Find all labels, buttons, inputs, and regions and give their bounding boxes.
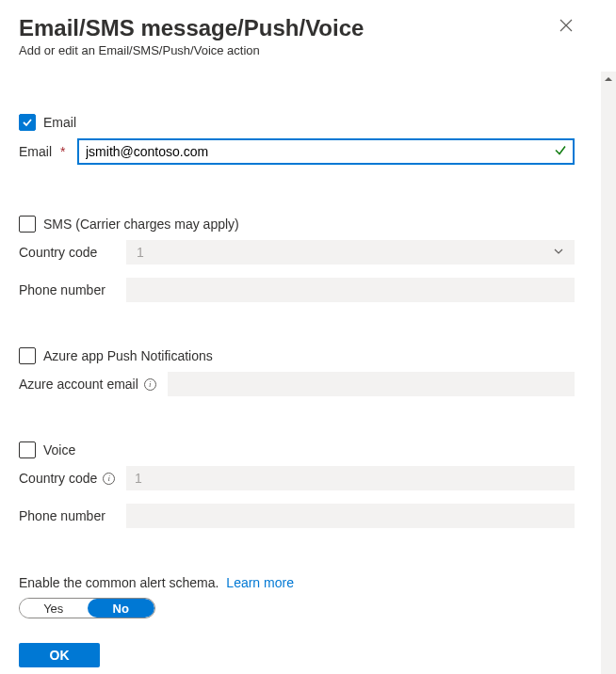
email-checkbox-label: Email	[43, 115, 76, 130]
dialog-title: Email/SMS message/Push/Voice	[19, 15, 575, 41]
voice-country-code-label: Country code i	[19, 471, 126, 486]
validation-check-icon	[554, 144, 567, 160]
sms-phone-label: Phone number	[19, 282, 126, 297]
voice-checkbox[interactable]	[19, 441, 36, 458]
ok-button[interactable]: OK	[19, 643, 100, 667]
scrollbar-track[interactable]	[601, 72, 616, 674]
email-checkbox[interactable]	[19, 114, 36, 131]
voice-phone-input[interactable]	[126, 504, 575, 528]
scrollbar-up-arrow[interactable]	[601, 72, 616, 87]
required-marker: *	[60, 144, 65, 159]
dialog-subtitle: Add or edit an Email/SMS/Push/Voice acti…	[19, 43, 575, 57]
caret-up-icon	[604, 74, 613, 84]
sms-checkbox-label: SMS (Carrier charges may apply)	[43, 217, 239, 232]
info-icon[interactable]: i	[103, 473, 115, 485]
push-section: Azure app Push Notifications Azure accou…	[19, 347, 575, 396]
close-icon	[559, 19, 573, 32]
email-section: Email Email*	[19, 114, 575, 165]
email-input[interactable]	[77, 138, 575, 165]
email-field-label: Email*	[19, 144, 77, 159]
schema-text: Enable the common alert schema.	[19, 575, 219, 590]
push-email-input[interactable]	[168, 372, 575, 396]
header: Email/SMS message/Push/Voice Add or edit…	[19, 15, 575, 57]
voice-section: Voice Country code i Phone number	[19, 441, 575, 528]
voice-checkbox-label: Voice	[43, 442, 75, 457]
sms-country-code-dropdown[interactable]: 1	[126, 240, 575, 265]
sms-country-code-label: Country code	[19, 245, 126, 260]
push-checkbox-label: Azure app Push Notifications	[43, 348, 213, 363]
schema-toggle[interactable]: Yes No	[19, 598, 155, 618]
voice-country-code-input[interactable]	[126, 466, 575, 490]
schema-toggle-yes[interactable]: Yes	[20, 599, 88, 618]
common-alert-schema-row: Enable the common alert schema. Learn mo…	[19, 575, 575, 618]
push-checkbox[interactable]	[19, 347, 36, 364]
sms-phone-input[interactable]	[126, 278, 575, 302]
close-button[interactable]	[559, 19, 575, 34]
sms-checkbox[interactable]	[19, 216, 36, 233]
sms-section: SMS (Carrier charges may apply) Country …	[19, 216, 575, 302]
voice-phone-label: Phone number	[19, 508, 126, 523]
info-icon[interactable]: i	[144, 378, 156, 391]
learn-more-link[interactable]: Learn more	[226, 575, 294, 590]
push-email-label: Azure account email i	[19, 377, 168, 392]
chevron-down-icon	[553, 245, 564, 260]
dialog-panel: Email/SMS message/Push/Voice Add or edit…	[0, 0, 593, 674]
sms-country-code-value: 1	[137, 245, 144, 260]
schema-toggle-no[interactable]: No	[88, 599, 155, 618]
